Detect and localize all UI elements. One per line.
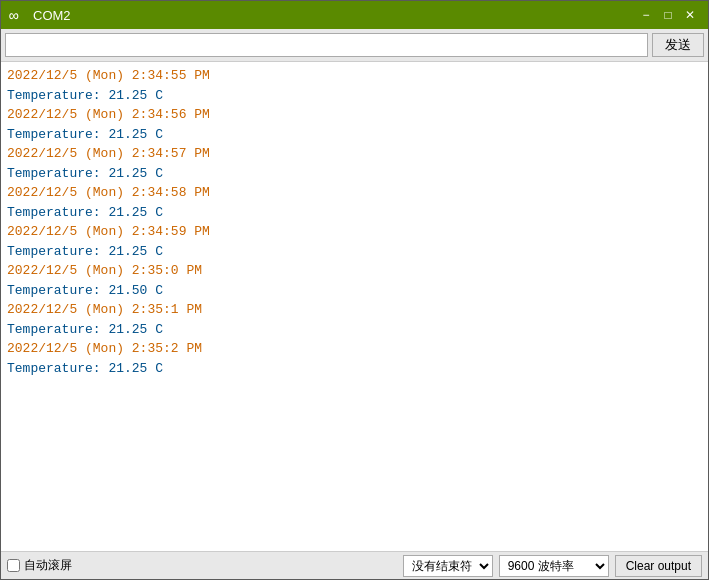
data-line: Temperature: 21.50 C	[7, 281, 702, 301]
timestamp-line: 2022/12/5 (Mon) 2:34:57 PM	[7, 144, 702, 164]
timestamp-line: 2022/12/5 (Mon) 2:35:0 PM	[7, 261, 702, 281]
svg-text:∞: ∞	[9, 8, 19, 24]
baud-rate-select[interactable]: 300 波特率1200 波特率2400 波特率4800 波特率9600 波特率1…	[499, 555, 609, 577]
window-title: COM2	[33, 8, 71, 23]
autoscroll-checkbox[interactable]	[7, 559, 20, 572]
minimize-button[interactable]: −	[636, 6, 656, 24]
titlebar-controls: − □ ✕	[636, 6, 700, 24]
data-line: Temperature: 21.25 C	[7, 242, 702, 262]
data-line: Temperature: 21.25 C	[7, 359, 702, 379]
data-line: Temperature: 21.25 C	[7, 320, 702, 340]
timestamp-line: 2022/12/5 (Mon) 2:34:58 PM	[7, 183, 702, 203]
data-line: Temperature: 21.25 C	[7, 203, 702, 223]
clear-output-button[interactable]: Clear output	[615, 555, 702, 577]
timestamp-line: 2022/12/5 (Mon) 2:34:56 PM	[7, 105, 702, 125]
timestamp-line: 2022/12/5 (Mon) 2:34:55 PM	[7, 66, 702, 86]
timestamp-line: 2022/12/5 (Mon) 2:35:2 PM	[7, 339, 702, 359]
send-button[interactable]: 发送	[652, 33, 704, 57]
main-window: ∞ COM2 − □ ✕ 发送 2022/12/5 (Mon) 2:34:55 …	[0, 0, 709, 580]
serial-output[interactable]: 2022/12/5 (Mon) 2:34:55 PM Temperature: …	[1, 62, 708, 551]
send-input[interactable]	[5, 33, 648, 57]
timestamp-line: 2022/12/5 (Mon) 2:34:59 PM	[7, 222, 702, 242]
autoscroll-container: 自动滚屏	[7, 557, 72, 574]
autoscroll-label: 自动滚屏	[24, 557, 72, 574]
titlebar-left: ∞ COM2	[9, 6, 71, 24]
data-line: Temperature: 21.25 C	[7, 125, 702, 145]
arduino-logo-icon: ∞	[9, 6, 27, 24]
maximize-button[interactable]: □	[658, 6, 678, 24]
titlebar: ∞ COM2 − □ ✕	[1, 1, 708, 29]
timestamp-line: 2022/12/5 (Mon) 2:35:1 PM	[7, 300, 702, 320]
data-line: Temperature: 21.25 C	[7, 164, 702, 184]
statusbar: 自动滚屏 没有结束符换行回车换行并回车 300 波特率1200 波特率2400 …	[1, 551, 708, 579]
line-ending-select[interactable]: 没有结束符换行回车换行并回车	[403, 555, 493, 577]
input-row: 发送	[1, 29, 708, 62]
close-button[interactable]: ✕	[680, 6, 700, 24]
data-line: Temperature: 21.25 C	[7, 86, 702, 106]
